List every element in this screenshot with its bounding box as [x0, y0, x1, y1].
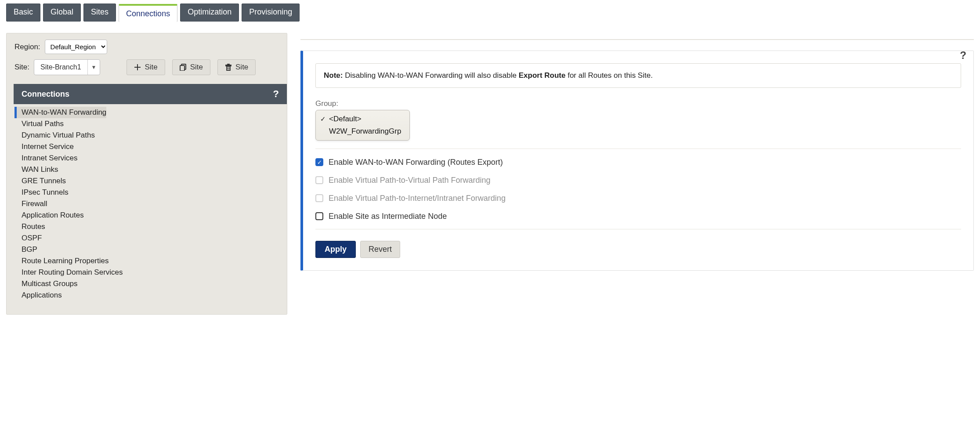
chevron-down-icon[interactable]: ▼ — [87, 60, 100, 75]
tree-item-multicast-groups[interactable]: Multicast Groups — [22, 278, 287, 290]
note-bold: Note: — [324, 71, 343, 80]
svg-rect-1 — [180, 65, 184, 71]
section-title: Connections — [22, 90, 69, 99]
checkbox-vp-to-vp — [315, 176, 323, 184]
check-icon: ✓ — [320, 115, 326, 123]
checkbox-row-vp-to-vp: Enable Virtual Path-to-Virtual Path Forw… — [315, 167, 961, 185]
tree-item-virtual-paths[interactable]: Virtual Paths — [22, 118, 287, 130]
region-select[interactable]: Default_Region — [45, 40, 107, 54]
checkbox-label: Enable Virtual Path-to-Internet/Intranet… — [329, 194, 506, 203]
clone-site-label: Site — [190, 63, 203, 72]
checkbox-label: Enable Site as Intermediate Node — [329, 212, 447, 221]
tree-item-applications[interactable]: Applications — [22, 290, 287, 301]
checkbox-label: Enable Virtual Path-to-Virtual Path Forw… — [329, 176, 491, 185]
group-option-label: W2W_ForwardingGrp — [329, 127, 401, 135]
delete-site-button[interactable]: Site — [217, 59, 256, 75]
tree-item-bgp[interactable]: BGP — [22, 244, 287, 255]
help-icon[interactable]: ? — [273, 88, 279, 100]
tree-item-application-routes[interactable]: Application Routes — [22, 210, 287, 221]
note-box: Note: Disabling WAN-to-WAN Forwarding wi… — [315, 63, 961, 88]
tree-item-intranet-services[interactable]: Intranet Services — [22, 152, 287, 164]
tree-item-ipsec-tunnels[interactable]: IPsec Tunnels — [22, 187, 287, 198]
site-label: Site: — [14, 63, 29, 72]
group-label: Group: — [315, 99, 961, 108]
site-select[interactable]: Site-Branch1 ▼ — [34, 59, 100, 75]
help-icon[interactable]: ? — [960, 49, 966, 62]
tab-sites[interactable]: Sites — [83, 4, 116, 22]
revert-button[interactable]: Revert — [360, 241, 400, 258]
tree-item-gre-tunnels[interactable]: GRE Tunnels — [22, 175, 287, 187]
tree-item-internet-service[interactable]: Internet Service — [22, 141, 287, 152]
group-option-w2w[interactable]: W2W_ForwardingGrp — [316, 125, 409, 138]
trash-icon — [225, 64, 232, 71]
tab-optimization[interactable]: Optimization — [180, 4, 239, 22]
tree-item-wan-links[interactable]: WAN Links — [22, 164, 287, 175]
note-bold-2: Export Route — [519, 71, 566, 80]
tree-item-firewall[interactable]: Firewall — [22, 198, 287, 210]
plus-icon — [134, 64, 141, 71]
copy-icon — [180, 64, 187, 71]
checkbox-row-vp-to-internet: Enable Virtual Path-to-Internet/Intranet… — [315, 185, 961, 203]
tree-item-routes[interactable]: Routes — [22, 221, 287, 232]
connections-tree: WAN-to-WAN Forwarding Virtual Paths Dyna… — [7, 107, 287, 301]
region-label: Region: — [14, 43, 40, 51]
checkbox-vp-to-internet — [315, 194, 323, 202]
tree-item-route-learning[interactable]: Route Learning Properties — [22, 255, 287, 267]
tab-provisioning[interactable]: Provisioning — [242, 4, 300, 22]
top-tabs: Basic Global Sites Connections Optimizat… — [0, 0, 980, 22]
tab-connections[interactable]: Connections — [119, 4, 177, 22]
group-option-label: <Default> — [329, 115, 362, 123]
tab-basic[interactable]: Basic — [6, 4, 40, 22]
section-header-connections: Connections ? — [14, 84, 287, 104]
add-site-button[interactable]: Site — [127, 59, 165, 75]
right-panel: ? Note: Disabling WAN-to-WAN Forwarding … — [300, 33, 974, 271]
checkbox-row-enable-w2w[interactable]: ✓ Enable WAN-to-WAN Forwarding (Routes E… — [315, 149, 961, 167]
divider — [315, 229, 961, 229]
add-site-label: Site — [145, 63, 157, 72]
clone-site-button[interactable]: Site — [172, 59, 210, 75]
left-panel: Region: Default_Region Site: Site-Branch… — [6, 33, 287, 315]
tree-item-dynamic-virtual-paths[interactable]: Dynamic Virtual Paths — [22, 130, 287, 141]
checkbox-row-intermediate-node[interactable]: Enable Site as Intermediate Node — [315, 203, 961, 221]
tree-item-inter-routing-domain[interactable]: Inter Routing Domain Services — [22, 267, 287, 278]
checkbox-intermediate-node[interactable] — [315, 212, 323, 220]
delete-site-label: Site — [235, 63, 248, 72]
checkbox-label: Enable WAN-to-WAN Forwarding (Routes Exp… — [329, 158, 503, 167]
tab-global[interactable]: Global — [43, 4, 81, 22]
tree-item-ospf[interactable]: OSPF — [22, 232, 287, 244]
group-dropdown[interactable]: ✓ <Default> W2W_ForwardingGrp — [315, 110, 410, 141]
note-text-1: Disabling WAN-to-WAN Forwarding will als… — [343, 71, 518, 80]
site-select-value: Site-Branch1 — [34, 63, 87, 71]
checkbox-enable-w2w[interactable]: ✓ — [315, 158, 323, 166]
tree-item-wan-to-wan[interactable]: WAN-to-WAN Forwarding — [14, 107, 106, 118]
apply-button[interactable]: Apply — [315, 241, 356, 258]
group-option-default[interactable]: ✓ <Default> — [316, 113, 409, 125]
settings-card: ? Note: Disabling WAN-to-WAN Forwarding … — [300, 51, 974, 271]
top-divider — [300, 39, 974, 40]
note-text-2: for all Routes on this Site. — [565, 71, 652, 80]
